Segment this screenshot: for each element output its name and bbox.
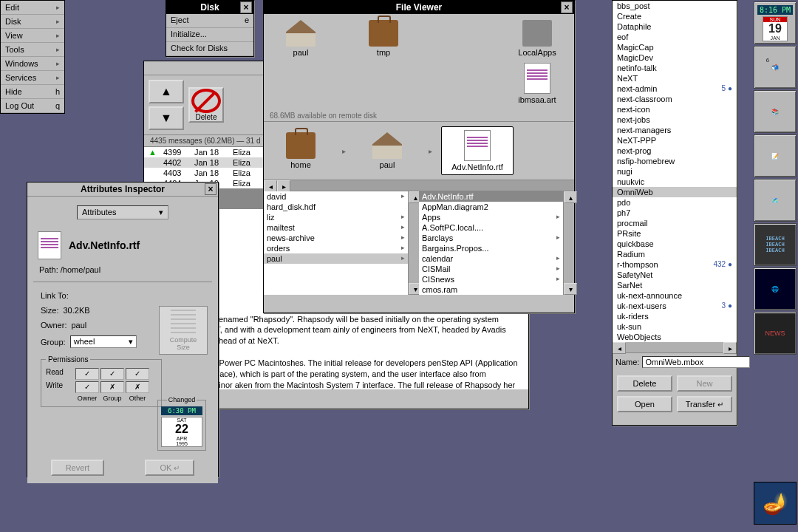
mailbox-item[interactable]: Dataphile [613,21,737,32]
ok-button[interactable]: OK ↵ [145,460,194,476]
close-icon[interactable]: × [240,1,252,13]
mailbox-delete-button[interactable]: Delete [617,375,672,392]
prev-message-button[interactable]: ▲ [149,80,184,103]
mailbox-item[interactable]: ph7 [613,208,737,218]
scroll-left-icon[interactable]: ◂ [264,180,277,192]
revert-button[interactable]: Revert [51,460,104,476]
menu-windows[interactable]: Windows▸ [1,57,64,71]
mailbox-item[interactable]: bbs_post [613,1,737,11]
permissions-label: Permissions [46,355,90,364]
mailbox-open-button[interactable]: Open [617,396,672,412]
mailbox-item[interactable]: nugi [613,166,737,177]
recycler-tile[interactable]: 🪔 [754,482,797,525]
mailbox-item[interactable]: eof [613,32,737,42]
mailbox-item[interactable]: next-classroom [613,94,737,104]
mailbox-list[interactable]: bbs_postCreateDataphileeofMagicCapMagicD… [613,1,737,342]
menu-logout[interactable]: Log Outq [1,99,64,113]
dock-map[interactable]: 🗺️ [754,179,797,222]
perm-read-other[interactable]: ✓ [126,368,149,380]
path-paul[interactable]: paul [355,132,420,169]
mailbox-item[interactable]: MagicDev [613,52,737,63]
path-selected-file[interactable]: Adv.NetInfo.rtf [441,126,514,175]
close-icon[interactable]: × [561,1,573,13]
next-message-button[interactable]: ▼ [149,106,184,130]
perm-write-other[interactable]: ✗ [126,381,149,393]
mailbox-transfer-button[interactable]: Transfer ↵ [677,396,732,412]
perm-write-owner[interactable]: ✓ [75,381,99,393]
mailbox-item[interactable]: NeXT [613,73,737,83]
browser-col-1[interactable]: david▸ hard_disk.hdf liz▸ mailtest▸ news… [264,191,409,295]
dock-mail[interactable]: 6📬 [754,46,797,89]
shelf-item-tmp[interactable]: tmp [360,20,407,57]
mailbox-item[interactable]: NeXT-PPP [613,135,737,146]
mailbox-item[interactable]: Create [613,11,737,21]
mailbox-item[interactable]: PRsite [613,228,737,239]
menu-view[interactable]: View▸ [1,29,64,43]
mailbox-item[interactable]: uk-next-users3 ● [613,301,737,311]
scroll-down-icon[interactable]: ▾ [564,283,577,295]
mailbox-item[interactable]: uk-riders [613,311,737,321]
mailbox-item[interactable]: quickbase [613,239,737,249]
menu-hide[interactable]: Hideh [1,85,64,99]
disk-menu-title[interactable]: Disk × [166,1,253,14]
scroll-up-icon[interactable]: ▴ [564,191,577,203]
disk-check[interactable]: Check for Disks [166,42,253,56]
disk-initialize[interactable]: Initialize... [166,28,253,42]
dock-edit[interactable]: 📝 [754,134,797,177]
menu-edit[interactable]: Edit▸ [1,1,64,15]
mailbox-item[interactable]: r-thompson432 ● [613,259,737,270]
file-viewer-window: File Viewer × paul tmp LocalApps ibmsaa.… [263,0,575,313]
document-icon [38,231,61,259]
browser-col-2[interactable]: Adv.NetInfo.rtf AppMan.diagram2 Apps▸ A.… [419,191,564,295]
perm-read-owner[interactable]: ✓ [75,368,99,380]
mailbox-item[interactable]: SafetyNet [613,270,737,280]
mailbox-item[interactable]: next-jobs [613,115,737,125]
mailbox-name-input[interactable] [642,356,750,368]
dock-news[interactable]: NEWS [754,312,797,355]
mailbox-item[interactable]: Radium [613,249,737,259]
perm-write-group[interactable]: ✗ [100,381,124,393]
mailbox-item[interactable]: OmniWeb [613,187,737,197]
compute-size-button[interactable]: Compute Size [159,306,208,355]
inspector-titlebar[interactable]: Attributes Inspector × [27,183,218,197]
mailbox-new-button[interactable]: New [677,375,732,392]
inspector-mode-dropdown[interactable]: Attributes▾ [77,205,168,219]
scroll-right-icon[interactable]: ▸ [723,342,737,354]
mailbox-item[interactable]: MagicCap [613,42,737,52]
mailbox-item[interactable]: next-icon [613,104,737,115]
file-viewer-titlebar[interactable]: File Viewer × [264,1,574,14]
mailbox-item[interactable]: nsfip-homebrew [613,156,737,166]
mailbox-item[interactable]: WebObjects [613,332,737,342]
dock-globe[interactable]: 🌐 [754,267,797,310]
shelf[interactable]: paul tmp LocalApps [264,14,574,63]
mailbox-scrollbar[interactable]: ◂ ▸ [613,342,737,352]
mailbox-item[interactable]: next-managers [613,125,737,135]
mailbox-item[interactable]: next-admin5 ● [613,83,737,94]
mailbox-item[interactable]: uk-next-announce [613,290,737,301]
dock-clock[interactable]: 8:16 PM SUN 19 JAN [754,1,797,44]
shelf-item-ibmsaa[interactable]: ibmsaa.art [514,63,561,104]
dock-terminal[interactable]: IBEACHIBEACHIBEACH [754,223,797,266]
mailbox-item[interactable]: netinfo-talk [613,63,737,73]
path-scrollbar[interactable]: ◂ ▸ [264,180,574,191]
mailbox-item[interactable]: procmail [613,218,737,228]
dock-books[interactable]: 📚 [754,90,797,133]
scroll-left-icon[interactable]: ◂ [613,342,626,354]
shelf-item-paul[interactable]: paul [277,20,324,57]
group-dropdown[interactable]: wheel▾ [70,335,137,348]
mailbox-item[interactable]: nuukvic [613,177,737,187]
menu-tools[interactable]: Tools▸ [1,43,64,57]
mailbox-item[interactable]: SarNet [613,280,737,290]
disk-eject[interactable]: Ejecte [166,14,253,28]
shelf-item-localapps[interactable]: LocalApps [514,20,561,57]
menu-disk[interactable]: Disk▸ [1,15,64,29]
menu-services[interactable]: Services▸ [1,71,64,85]
perm-read-group[interactable]: ✓ [100,368,124,380]
delete-message-button[interactable]: Delete [188,87,224,123]
mailbox-item[interactable]: pdo [613,197,737,208]
close-icon[interactable]: × [205,183,216,195]
scroll-right-icon[interactable]: ▸ [277,180,290,192]
mailbox-item[interactable]: next-prog [613,146,737,156]
mailbox-item[interactable]: uk-sun [613,321,737,332]
path-home[interactable]: home [268,132,333,169]
